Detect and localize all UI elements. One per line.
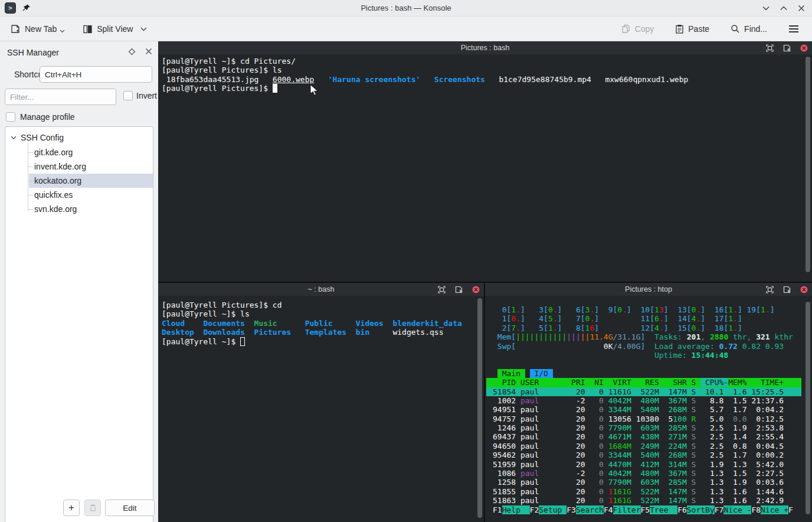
scrollbar-thumb[interactable] xyxy=(806,57,810,272)
terminal-line: 95462 paul 20 0 3344M 540M 268M S 2.5 1.… xyxy=(486,451,801,459)
terminal-line: Uptime: 15:44:48 xyxy=(486,351,801,360)
copy-icon xyxy=(621,24,631,34)
scrollbar[interactable] xyxy=(805,297,811,521)
terminal-line: [paul@Tyrell Pictures]$ cd xyxy=(162,301,472,309)
pane-title: Pictures : bash xyxy=(158,41,812,54)
pane-header[interactable]: ~ : bash xyxy=(158,283,484,296)
maximize-pane-icon[interactable] xyxy=(766,44,774,52)
terminal-pane-home-bash: ~ : bash [paul@Tyrell Pictures]$ cd[paul… xyxy=(158,283,484,522)
konsole-window: > Pictures : bash — Konsole xyxy=(0,0,812,522)
edit-host-button[interactable]: Edit xyxy=(105,500,155,516)
terminal-split-area: Pictures : bash [paul@Tyrell ~]$ cd Pict… xyxy=(158,41,812,522)
terminal-line: 2[7.] 5[1.] 8[16] 12[4.] 15[0.] 18[1.] xyxy=(486,324,801,332)
shortcut-input[interactable] xyxy=(40,66,152,83)
delete-host-button[interactable] xyxy=(84,500,101,516)
invert-checkbox[interactable] xyxy=(123,91,133,100)
terminal-line: 94650 paul 20 0 1684M 249M 224M S 2.5 0.… xyxy=(486,442,801,451)
pane-title: Pictures : htop xyxy=(485,283,812,296)
search-icon xyxy=(731,24,740,34)
terminal-line xyxy=(486,360,801,368)
terminal-line: [paul@Tyrell Pictures]$ xyxy=(162,84,800,93)
close-pane-icon[interactable] xyxy=(472,286,480,293)
pane-header[interactable]: Pictures : htop xyxy=(485,283,812,296)
scrollbar[interactable] xyxy=(477,297,483,521)
filter-input[interactable] xyxy=(5,89,116,105)
maximize-pane-icon[interactable] xyxy=(438,286,446,293)
edit-host-label: Edit xyxy=(123,504,136,513)
manage-profile-checkbox[interactable] xyxy=(6,112,15,122)
add-host-label: + xyxy=(68,502,74,514)
tree-item-label: git.kde.org xyxy=(34,148,73,157)
terminal-line: 51855 paul 20 0 1161G 522M 147M S 1.3 1.… xyxy=(486,487,801,496)
scrollbar-thumb[interactable] xyxy=(477,298,482,518)
pane-header[interactable]: Pictures : bash xyxy=(158,41,812,54)
tree-item-svn.kde.org[interactable]: svn.kde.org xyxy=(29,202,153,216)
terminal-pane-pictures-bash: Pictures : bash [paul@Tyrell ~]$ cd Pict… xyxy=(158,41,812,282)
terminal-line: 94757 paul 20 0 13056 10380 5100 R 5.0 0… xyxy=(486,415,801,423)
terminal-line: 0[1.] 3[0.] 6[3.] 9[0.] 10[13] 13[0.] 16… xyxy=(486,305,801,314)
scrollbar-thumb[interactable] xyxy=(806,302,810,514)
tree-item-invent.kde.org[interactable]: invent.kde.org xyxy=(29,159,153,174)
tree-item-git.kde.org[interactable]: git.kde.org xyxy=(29,145,153,159)
copy-label: Copy xyxy=(635,24,654,34)
close-pane-icon[interactable] xyxy=(800,44,808,52)
main-toolbar: New Tab Split View xyxy=(0,17,812,41)
tree-item-quickfix.es[interactable]: quickfix.es xyxy=(29,188,153,202)
terminal-line: PID USER PRI NI VIRT RES SHR S CPU%-MEM%… xyxy=(486,378,801,387)
close-panel-icon[interactable] xyxy=(145,48,152,55)
terminal-line: 1258 paul 20 0 7790M 603M 285M S 1.3 1.9… xyxy=(486,478,801,487)
window-title: Pictures : bash — Konsole xyxy=(0,0,812,17)
ssh-manager-title: SSH Manager xyxy=(7,48,59,57)
terminal-line: 1002 paul -2 0 4042M 480M 367M S 8.8 1.5… xyxy=(486,396,801,405)
new-tab-label: New Tab xyxy=(25,24,57,34)
manage-profile-label: Manage profile xyxy=(20,112,75,122)
float-panel-icon[interactable] xyxy=(128,48,136,56)
maximize-pane-icon[interactable] xyxy=(766,286,774,293)
paste-button[interactable]: Paste xyxy=(670,21,714,37)
invert-label: Invert xyxy=(136,91,157,100)
split-view-button[interactable]: Split View xyxy=(78,21,152,38)
terminal-line: 18fba653daa45513.jpg 6000.webp 'Haruna s… xyxy=(162,75,800,84)
terminal-line: [paul@Tyrell ~]$ cd Pictures/ xyxy=(162,57,800,66)
terminal-line: Cloud Documents Music Public Videos blen… xyxy=(162,319,472,328)
new-tab-button[interactable]: New Tab xyxy=(6,21,70,38)
find-button[interactable]: Find... xyxy=(726,21,772,37)
split-view-icon xyxy=(83,24,93,34)
scrollbar[interactable] xyxy=(805,56,811,280)
ssh-config-tree: SSH Config git.kde.orginvent.kde.orgkock… xyxy=(5,126,153,522)
terminal-line: 69437 paul 20 0 4671M 438M 271M S 2.5 1.… xyxy=(486,432,801,441)
close-button[interactable] xyxy=(797,4,806,13)
terminal-line: 51854 paul 20 0 1161G 522M 147M S 10.1 1… xyxy=(486,387,801,396)
tree-item-label: quickfix.es xyxy=(34,190,73,200)
copy-button[interactable]: Copy xyxy=(617,21,659,37)
terminal-line: Main I/O xyxy=(486,369,801,378)
terminal-line: F1Help F2Setup F3SearchF4FilterF5Tree F6… xyxy=(486,505,801,514)
terminal-line: 51863 paul 20 0 1161G 522M 147M S 1.3 1.… xyxy=(486,496,801,505)
new-tab-pane-icon[interactable] xyxy=(783,44,791,52)
pane-title: ~ : bash xyxy=(158,283,484,296)
add-host-button[interactable]: + xyxy=(63,500,80,516)
split-view-label: Split View xyxy=(97,24,133,34)
paste-label: Paste xyxy=(688,24,709,34)
terminal-line: 1246 paul 20 0 7790M 603M 285M S 2.5 1.9… xyxy=(486,423,801,432)
maximize-button[interactable] xyxy=(779,4,788,13)
terminal-line: 1[0.] 4[5.] 7[0.] 11[6.] 14[4.] 17[1.] xyxy=(486,314,801,323)
tree-item-label: invent.kde.org xyxy=(34,162,86,171)
terminal-line: [paul@Tyrell ~]$ ls xyxy=(162,309,472,318)
new-tab-pane-icon[interactable] xyxy=(455,286,463,293)
tree-item-label: svn.kde.org xyxy=(34,204,77,214)
tree-item-label: kockatoo.org xyxy=(34,176,81,185)
close-pane-icon[interactable] xyxy=(800,286,808,293)
tree-root-label: SSH Config xyxy=(21,133,64,142)
new-tab-pane-icon[interactable] xyxy=(783,286,791,293)
terminal-line: Swp[ 0K/4.00G] Load average: 0.72 0.82 0… xyxy=(486,342,801,351)
chevron-down-icon xyxy=(60,30,65,33)
minimize-button[interactable] xyxy=(761,4,771,13)
tree-item-kockatoo.org[interactable]: kockatoo.org xyxy=(29,174,153,188)
hamburger-menu-button[interactable] xyxy=(784,21,804,37)
terminal-line: [paul@Tyrell Pictures]$ ls xyxy=(162,66,800,74)
trash-icon xyxy=(89,504,97,512)
chevron-down-icon xyxy=(140,27,147,31)
titlebar[interactable]: > Pictures : bash — Konsole xyxy=(0,0,812,17)
terminal-line: 94951 paul 20 0 3344M 540M 268M S 5.7 1.… xyxy=(486,405,801,414)
